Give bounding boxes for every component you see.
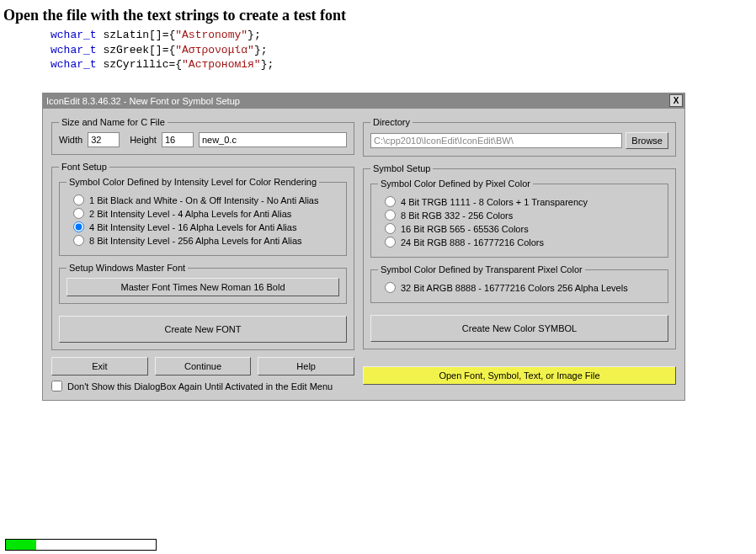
code-line-3: wchar_t szCyrillic={"Астрономія"}; <box>51 57 756 72</box>
code-line-1: wchar_t szLatin[]={"Astronomy"}; <box>51 28 756 43</box>
string-literal: "Астрономія" <box>182 58 261 71</box>
code-block: wchar_t szLatin[]={"Astronomy"}; wchar_t… <box>51 28 756 72</box>
keyword: wchar_t <box>51 44 97 56</box>
keyword: wchar_t <box>51 29 97 41</box>
variable-decl: szGreek[]={ <box>103 44 175 56</box>
variable-decl: szCyrillic={ <box>103 58 182 71</box>
keyword: wchar_t <box>51 58 97 71</box>
string-literal: "Αστρονομία" <box>175 44 254 56</box>
variable-decl: szLatin[]={ <box>103 29 175 41</box>
line-end: }; <box>254 44 268 56</box>
page-title: Open the file with the text strings to c… <box>3 7 756 24</box>
line-end: }; <box>261 58 274 71</box>
string-literal: "Astronomy" <box>175 29 248 41</box>
code-line-2: wchar_t szGreek[]={"Αστρονομία"}; <box>51 43 756 58</box>
line-end: }; <box>248 29 261 41</box>
